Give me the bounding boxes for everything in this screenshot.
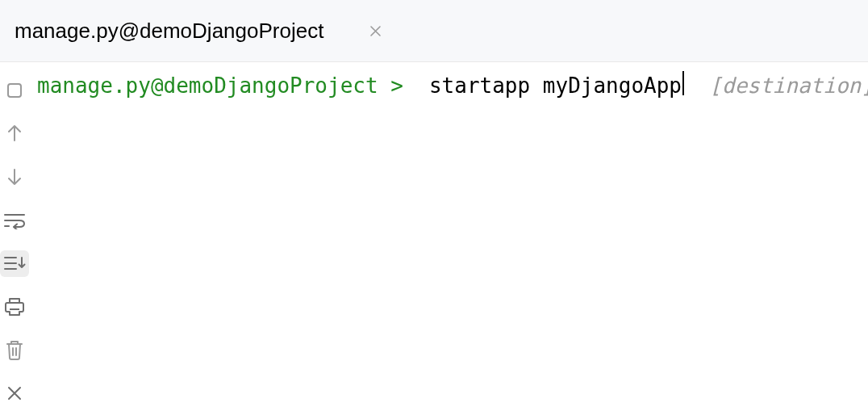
close-panel-button[interactable] [0, 380, 29, 407]
delete-button[interactable] [0, 337, 29, 364]
stop-button[interactable] [0, 77, 29, 104]
print-icon [4, 297, 25, 317]
svg-rect-0 [8, 84, 21, 97]
prompt-label: manage.py@demoDjangoProject > [37, 71, 403, 407]
tab-bar: manage.py@demoDjangoProject [0, 0, 868, 62]
arrow-up-icon [6, 123, 23, 144]
trash-icon [6, 340, 23, 361]
arrow-down-icon [6, 166, 23, 187]
history-up-button[interactable] [0, 120, 29, 148]
soft-wrap-icon [3, 212, 26, 229]
close-icon [6, 385, 23, 401]
tab-manage-py[interactable]: manage.py@demoDjangoProject [0, 0, 396, 61]
stop-icon [6, 82, 23, 99]
scroll-to-end-icon [3, 254, 26, 272]
history-down-button[interactable] [0, 163, 29, 191]
hint-text: [destination] [709, 71, 868, 407]
body-area: manage.py@demoDjangoProject >startapp my… [0, 62, 868, 407]
close-tab-icon[interactable] [369, 24, 382, 37]
scroll-to-end-button[interactable] [0, 250, 29, 278]
command-input[interactable]: startapp myDjangoApp [429, 71, 682, 407]
soft-wrap-button[interactable] [0, 207, 29, 234]
print-button[interactable] [0, 293, 29, 321]
tab-label: manage.py@demoDjangoProject [15, 19, 323, 44]
vertical-toolbar [0, 62, 29, 407]
console-area[interactable]: manage.py@demoDjangoProject >startapp my… [29, 62, 868, 407]
